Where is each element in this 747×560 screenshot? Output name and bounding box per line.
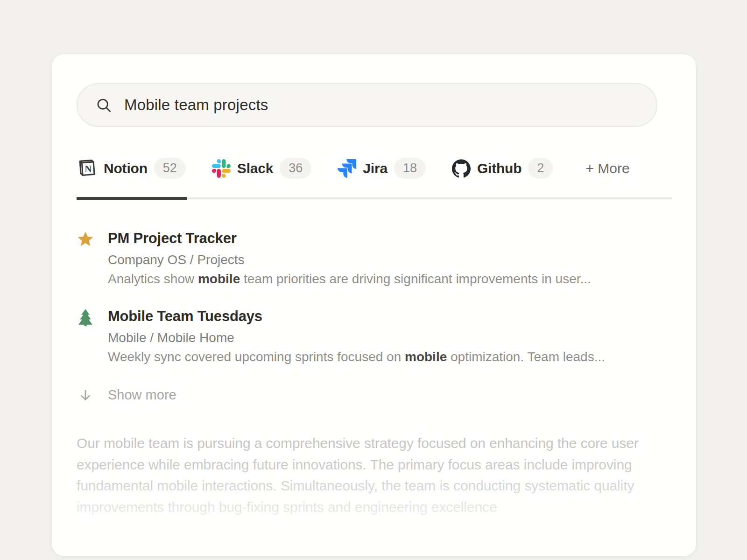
active-tab-indicator (77, 197, 187, 200)
evergreen-tree-icon (77, 308, 108, 364)
search-icon (95, 97, 113, 114)
result-snippet: Weekly sync covered upcoming sprints foc… (108, 350, 605, 364)
result-title: PM Project Tracker (108, 230, 591, 247)
tab-slack-count-badge: 36 (280, 158, 311, 179)
svg-text:N: N (85, 163, 92, 174)
answer-preview: Our mobile team is pursuing a comprehens… (77, 433, 666, 549)
tab-more[interactable]: + More (585, 161, 629, 176)
arrow-down-icon (78, 388, 93, 403)
tab-notion-count-badge: 52 (154, 158, 186, 179)
slack-logo-icon (212, 159, 231, 178)
tab-github[interactable]: Github 2 (452, 158, 553, 179)
result-body: Mobile Team Tuesdays Mobile / Mobile Hom… (108, 308, 605, 364)
tab-notion-label: Notion (104, 161, 148, 176)
star-icon (77, 230, 108, 286)
result-title: Mobile Team Tuesdays (108, 308, 605, 325)
tab-notion[interactable]: N Notion 52 (77, 158, 186, 179)
tab-slack[interactable]: Slack 36 (212, 158, 311, 179)
search-result-mobile-team-tuesdays[interactable]: Mobile Team Tuesdays Mobile / Mobile Hom… (77, 308, 671, 364)
tab-track (77, 197, 672, 200)
show-more-label: Show more (108, 387, 176, 403)
tab-jira-label: Jira (363, 161, 388, 176)
result-snippet: Analytics show mobile team priorities ar… (108, 272, 591, 286)
desktop-background: N Notion 52 Slack 36 (0, 0, 747, 560)
tab-slack-label: Slack (237, 161, 273, 176)
result-breadcrumb: Mobile / Mobile Home (108, 330, 605, 345)
answer-preview-text: Our mobile team is pursuing a comprehens… (77, 433, 666, 518)
search-bar[interactable] (77, 83, 657, 127)
github-logo-icon (452, 159, 471, 178)
result-breadcrumb: Company OS / Projects (108, 252, 591, 267)
search-panel: N Notion 52 Slack 36 (51, 54, 697, 557)
jira-logo-icon (338, 159, 356, 178)
search-result-pm-project-tracker[interactable]: PM Project Tracker Company OS / Projects… (77, 230, 671, 286)
snippet-highlight: mobile (405, 350, 447, 364)
tab-jira[interactable]: Jira 18 (338, 158, 426, 179)
tab-github-label: Github (477, 161, 521, 176)
tab-github-count-badge: 2 (528, 158, 553, 179)
source-tabs: N Notion 52 Slack 36 (77, 158, 671, 179)
result-body: PM Project Tracker Company OS / Projects… (108, 230, 591, 286)
tab-jira-count-badge: 18 (394, 158, 426, 179)
show-more-button[interactable]: Show more (77, 387, 671, 403)
notion-logo-icon: N (77, 158, 97, 179)
search-input[interactable] (124, 96, 639, 114)
snippet-highlight: mobile (198, 272, 240, 286)
